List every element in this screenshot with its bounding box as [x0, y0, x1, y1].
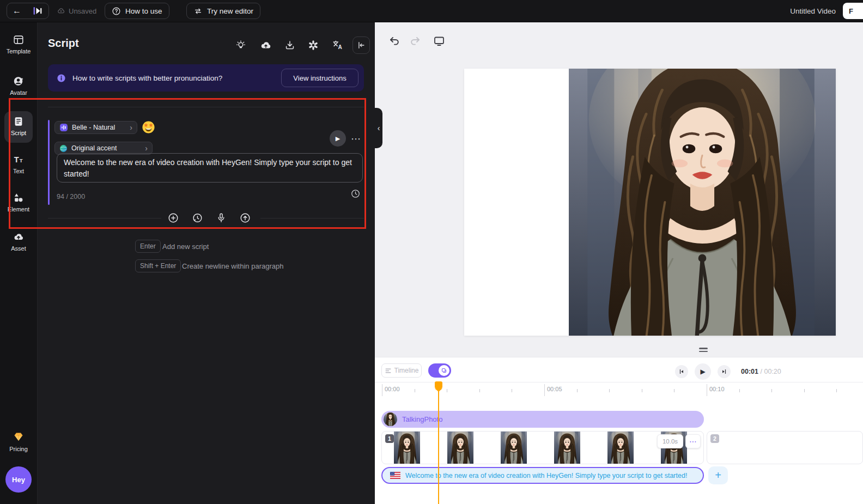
timeline-resize-handle[interactable] — [699, 348, 708, 353]
voice-chip-label: Belle - Natural — [72, 124, 115, 131]
timeline-view-button[interactable]: Timeline — [381, 363, 422, 378]
script-panel: Script A — [37, 22, 375, 504]
play-button[interactable]: ▶ — [695, 363, 711, 380]
video-title[interactable]: Untitled Video — [790, 0, 836, 22]
ruler-minor-tick — [804, 389, 805, 392]
svg-text:T: T — [14, 155, 19, 164]
script-list-divider — [48, 107, 364, 107]
template-icon — [13, 34, 25, 46]
ruler-major-tick — [544, 384, 545, 396]
time-display: 00:01 / 00:20 — [741, 368, 781, 375]
talkingphoto-track[interactable]: TalkingPhoto — [381, 411, 704, 428]
sliders-icon — [385, 367, 392, 374]
script-textarea[interactable]: Welcome to the new era of video creation… — [57, 153, 363, 183]
segment-1-badge: 1 — [385, 434, 394, 443]
heygen-logo-icon — [32, 5, 43, 16]
sidebar-label-pricing: Pricing — [9, 446, 28, 452]
sidebar-item-template[interactable]: Template — [0, 34, 37, 54]
lightbulb-icon[interactable] — [235, 39, 247, 51]
chevron-right-icon: › — [130, 123, 132, 132]
sidebar-item-text[interactable]: T T Text — [0, 154, 37, 174]
skip-start-icon — [678, 368, 685, 375]
back-button[interactable]: ← — [13, 7, 21, 15]
playhead-line — [438, 381, 439, 504]
panel-collapse-handle[interactable]: ‹ — [375, 108, 382, 148]
add-caption-button[interactable]: + — [708, 466, 728, 484]
download-icon[interactable] — [284, 39, 296, 51]
sidebar-label-avatar: Avatar — [10, 89, 27, 96]
asset-icon — [13, 231, 25, 243]
hey-assistant-button[interactable]: Hey — [5, 466, 32, 493]
playhead-handle[interactable] — [435, 381, 442, 388]
top-bar: ← Unsaved How to use — [0, 0, 863, 22]
view-mode-toggle[interactable] — [428, 363, 451, 378]
duration-clock-icon[interactable] — [350, 189, 361, 199]
segment-duration-chip: 10.0s — [657, 434, 683, 448]
collapse-left-icon — [356, 40, 366, 50]
time-separator: / — [760, 368, 762, 375]
emotion-emoji-button[interactable] — [142, 120, 155, 134]
redo-icon[interactable] — [409, 34, 422, 47]
unsaved-label: Unsaved — [69, 7, 96, 15]
video-segment-2[interactable]: 2 — [707, 431, 863, 464]
toolbar-divider-left — [48, 218, 161, 218]
toolbar-divider-right — [260, 218, 364, 218]
how-to-use-button[interactable]: How to use — [105, 3, 169, 19]
how-to-use-label: How to use — [125, 7, 162, 15]
preview-canvas: ‹ — [375, 22, 863, 357]
sidebar-item-script[interactable]: Script — [0, 116, 37, 136]
sidebar-item-pricing[interactable]: Pricing — [0, 430, 37, 452]
add-script-icon[interactable] — [167, 212, 179, 224]
chatgpt-icon[interactable] — [307, 39, 319, 51]
segment-more-button[interactable]: ⋯ — [685, 434, 701, 448]
timeline-ruler[interactable]: 00:0000:0500:10 — [375, 382, 863, 399]
character-counter: 94 / 2000 — [57, 193, 85, 201]
skip-start-button[interactable] — [675, 365, 688, 378]
pricing-gem-icon — [12, 430, 25, 444]
active-script-indicator — [48, 120, 50, 205]
ruler-major-tick — [382, 384, 382, 396]
sidebar-label-template: Template — [7, 48, 31, 54]
timeline-button-label: Timeline — [394, 367, 419, 374]
sidebar-item-element[interactable]: Element — [0, 192, 37, 212]
monitor-icon[interactable] — [433, 34, 446, 47]
upload-audio-icon[interactable] — [239, 212, 251, 224]
unsaved-status: Unsaved — [57, 0, 96, 22]
voice-chip[interactable]: Belle - Natural › — [54, 121, 137, 134]
ruler-tick-label: 00:10 — [709, 386, 725, 392]
svg-text:A: A — [338, 44, 342, 50]
try-new-editor-button[interactable]: Try new editor — [186, 3, 260, 19]
filmstrip-thumbnail — [607, 432, 634, 464]
translate-icon[interactable]: A — [332, 39, 344, 51]
submit-button-partial[interactable]: F — [843, 3, 863, 19]
sidebar-item-asset[interactable]: Asset — [0, 231, 37, 252]
ruler-minor-tick — [609, 389, 610, 392]
globe-icon — [59, 144, 68, 153]
sidebar-item-avatar[interactable]: Avatar — [0, 75, 37, 96]
script-more-button[interactable]: ⋯ — [351, 133, 361, 145]
microphone-icon[interactable] — [215, 212, 227, 224]
ruler-minor-tick — [771, 389, 772, 392]
left-sidebar: Template Avatar Script T T Text — [0, 22, 38, 504]
ruler-minor-tick — [739, 389, 740, 392]
accent-chip-label: Original accent — [71, 144, 117, 152]
avatar-portrait-image[interactable] — [569, 69, 836, 336]
enter-key-hint: Enter — [135, 240, 161, 253]
voice-icon — [59, 123, 68, 132]
toggle-knob — [439, 365, 449, 376]
caption-track[interactable]: Welcome to the new era of video creation… — [381, 467, 704, 484]
cloud-upload-icon[interactable] — [260, 39, 272, 51]
avatar-thumbnail-image — [384, 412, 397, 426]
sidebar-label-element: Element — [8, 206, 29, 212]
talkingphoto-avatar — [384, 412, 397, 426]
script-play-button[interactable]: ▶ — [330, 130, 346, 147]
skip-end-button[interactable] — [718, 365, 731, 378]
collapse-panel-button[interactable] — [353, 37, 370, 54]
chevron-left-icon: ‹ — [378, 124, 380, 132]
view-instructions-button[interactable]: View instructions — [281, 69, 358, 87]
question-icon — [112, 7, 121, 16]
history-icon[interactable] — [191, 212, 203, 224]
ruler-minor-tick — [836, 389, 837, 392]
video-segment-1[interactable]: 1 10.0s ⋯ — [381, 431, 704, 464]
undo-icon[interactable] — [388, 34, 401, 47]
